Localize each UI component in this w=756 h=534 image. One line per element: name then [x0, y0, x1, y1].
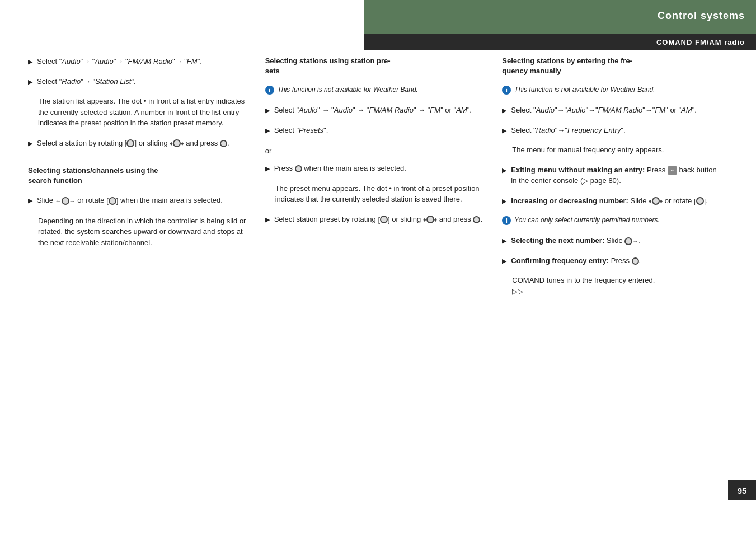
col1-subheading-text: Selecting stations/channels using thesea…	[28, 166, 248, 186]
bullet-arrow: ▶	[28, 57, 32, 67]
col2-bullet-1-text: Select "Audio" → "Audio" → "FM/AM Radio"…	[274, 105, 472, 116]
bullet-arrow: ▶	[265, 215, 270, 224]
col3-bullet-3-text: Exiting menu without making an entry: Pr…	[511, 165, 722, 186]
bullet-arrow: ▶	[265, 126, 270, 135]
page-subtitle: COMAND FM/AM radio	[656, 38, 745, 46]
col1-bullet-2-text: Select "Radio"→ "Station List".	[37, 76, 136, 87]
bullet-arrow: ▶	[502, 126, 506, 135]
col2-bullet-3-text: Press when the main area is selected.	[274, 163, 406, 174]
bullet-arrow: ▶	[502, 196, 506, 206]
col3-bullet-5: ▶ Selecting the next number: Slide →.	[502, 235, 722, 246]
section-title: Control systems	[658, 10, 745, 22]
col2-heading: Selecting stations using station pre-set…	[265, 56, 486, 76]
col3-bullet-5-text: Selecting the next number: Slide →.	[511, 235, 641, 246]
bullet-arrow: ▶	[28, 139, 32, 148]
bullet-arrow: ▶	[502, 236, 506, 246]
col3-info-note: i This function is not available for Wea…	[502, 85, 722, 95]
main-content: ▶ Select "Audio"→ "Audio"→ "FM/AM Radio"…	[28, 56, 722, 500]
col1-bullet-1-text: Select "Audio"→ "Audio"→ "FM/AM Radio"→ …	[37, 56, 202, 67]
subheader-bar: COMAND FM/AM radio	[364, 34, 756, 50]
bullet-arrow: ▶	[502, 166, 506, 175]
column-1: ▶ Select "Audio"→ "Audio"→ "FM/AM Radio"…	[28, 56, 248, 500]
col3-info-text: This function is not available for Weath…	[514, 85, 655, 95]
col1-body-1: The station list appears. The dot • in f…	[38, 96, 248, 129]
bullet-arrow: ▶	[28, 77, 32, 87]
col1-body-2: Depending on the direction in which the …	[38, 216, 248, 249]
col2-bullet-2: ▶ Select "Presets".	[265, 125, 486, 136]
page-number: 95	[728, 480, 756, 500]
col2-info-note: i This function is not available for Wea…	[265, 85, 486, 95]
bullet-arrow: ▶	[28, 196, 32, 205]
col3-body-1: The menu for manual frequency entry appe…	[512, 144, 722, 156]
col1-subheading: Selecting stations/channels using thesea…	[28, 166, 248, 189]
col3-bullet-1-text: Select "Audio"→"Audio"→"FM/AM Radio"→"FM…	[511, 105, 697, 116]
column-2: Selecting stations using station pre-set…	[265, 56, 486, 500]
bullet-arrow: ▶	[265, 164, 270, 174]
info-icon: i	[265, 86, 274, 95]
col1-slide-bullet: ▶ Slide ←→ or rotate [] when the main ar…	[28, 195, 248, 206]
col1-bullet-2: ▶ Select "Radio"→ "Station List".	[28, 76, 248, 87]
info-icon-3: i	[502, 216, 511, 225]
col1-slide-text: Slide ←→ or rotate [] when the main area…	[37, 195, 223, 206]
bullet-arrow: ▶	[265, 106, 270, 115]
col2-bullet-4: ▶ Select station preset by rotating [] o…	[265, 214, 486, 225]
col3-info-note-2: i You can only select currently permitte…	[502, 216, 722, 225]
col3-bullet-2: ▶ Select "Radio"→"Frequency Entry".	[502, 125, 722, 136]
col3-bullet-2-text: Select "Radio"→"Frequency Entry".	[511, 125, 625, 136]
col3-body-2: COMAND tunes in to the frequency entered…	[512, 275, 722, 297]
col1-bullet-3: ▶ Select a station by rotating [] or sli…	[28, 138, 248, 149]
col2-bullet-4-text: Select station preset by rotating [] or …	[274, 214, 482, 225]
col3-bullet-3: ▶ Exiting menu without making an entry: …	[502, 165, 722, 186]
col2-bullet-2-text: Select "Presets".	[274, 125, 328, 136]
col3-info-text-2: You can only select currently permitted …	[514, 216, 659, 225]
col3-bullet-1: ▶ Select "Audio"→"Audio"→"FM/AM Radio"→"…	[502, 105, 722, 116]
col1-bullet-1: ▶ Select "Audio"→ "Audio"→ "FM/AM Radio"…	[28, 56, 248, 67]
info-icon-2: i	[502, 86, 511, 95]
col3-bullet-6-text: Confirming frequency entry: Press .	[511, 255, 641, 266]
col1-bullet-3-text: Select a station by rotating [] or slidi…	[37, 138, 229, 149]
col2-bullet-3: ▶ Press when the main area is selected.	[265, 163, 486, 174]
col2-or-separator: or	[265, 147, 486, 155]
bullet-arrow: ▶	[502, 256, 506, 266]
col2-body-1: The preset menu appears. The dot • in fr…	[275, 183, 486, 205]
col2-info-text: This function is not available for Weath…	[278, 85, 418, 95]
col3-bullet-6: ▶ Confirming frequency entry: Press .	[502, 255, 722, 266]
col3-heading: Selecting stations by entering the fre-q…	[502, 56, 722, 76]
col3-bullet-4-text: Increasing or decreasing number: Slide ♦…	[511, 195, 707, 207]
col2-bullet-1: ▶ Select "Audio" → "Audio" → "FM/AM Radi…	[265, 105, 486, 116]
col3-bullet-4: ▶ Increasing or decreasing number: Slide…	[502, 195, 722, 207]
bullet-arrow: ▶	[502, 106, 506, 115]
column-3: Selecting stations by entering the fre-q…	[502, 56, 722, 500]
